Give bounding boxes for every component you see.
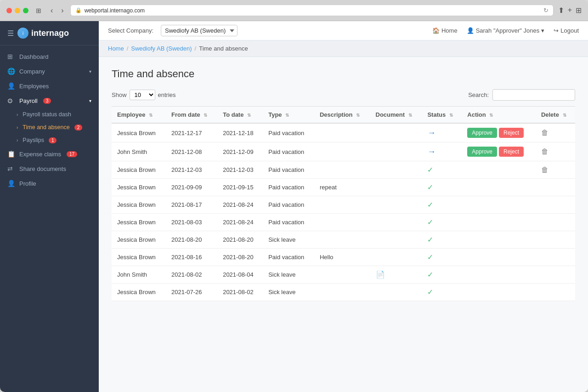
forward-button[interactable]: › [59,6,65,16]
delete-icon[interactable]: 🗑 [541,166,548,174]
topbar: Select Company: Swediofy AB (Sweden) 🏠 H… [99,21,588,40]
cell-from-date: 2021-08-16 [166,249,217,266]
user-menu[interactable]: 👤 Sarah "Approver" Jones ▾ [467,27,545,34]
sidebar-toggle-button[interactable]: ⊞ [33,6,44,15]
share-icon[interactable]: ⬆ [558,6,564,15]
logout-link[interactable]: ↪ Logout [554,27,579,34]
cell-action[interactable]: ApproveReject [462,123,536,142]
sidebar-item-payslips-label: Payslips [23,137,44,143]
approve-button[interactable]: Approve [467,147,497,157]
breadcrumb-sep-1: / [127,45,129,52]
col-description[interactable]: Description ⇅ [314,107,370,124]
sidebar-item-employees[interactable]: 👤 Employees [0,79,99,93]
maximize-button[interactable] [23,8,28,13]
logout-icon: ↪ [554,27,559,34]
new-tab-icon[interactable]: + [568,6,572,15]
company-select[interactable]: Swediofy AB (Sweden) [161,25,237,36]
sidebar-item-time-and-absence[interactable]: › Time and absence 2 [0,121,99,134]
back-button[interactable]: ‹ [49,6,55,16]
cell-status: ✓ [422,196,462,214]
cell-description [314,123,370,142]
payroll-icon: ⊙ [7,97,16,104]
cell-employee: Jessica Brown [112,196,166,214]
breadcrumb-company[interactable]: Swediofy AB (Sweden) [131,45,192,52]
document-icon[interactable]: 📄 [376,271,385,278]
cell-to-date: 2021-12-18 [217,123,263,142]
col-status[interactable]: Status ⇅ [422,107,462,124]
cell-delete[interactable]: 🗑 [536,161,575,179]
cell-to-date: 2021-12-03 [217,161,263,179]
sidebar-item-employees-label: Employees [19,83,49,90]
minimize-button[interactable] [15,8,20,13]
search-input[interactable] [492,89,575,101]
col-employee[interactable]: Employee ⇅ [112,107,166,124]
breadcrumb-home[interactable]: Home [108,45,124,52]
cell-type: Paid vacation [263,214,314,231]
sidebar-item-company[interactable]: 🌐 Company ▾ [0,64,99,79]
sidebar-item-profile[interactable]: 👤 Profile [0,176,99,191]
hamburger-icon[interactable]: ☰ [7,29,14,38]
sidebar-item-payroll[interactable]: ⊙ Payroll 3 ▾ [0,93,99,108]
grid-icon[interactable]: ⊞ [576,6,582,15]
reject-button[interactable]: Reject [499,128,524,138]
sidebar-item-payroll-status-dash[interactable]: › Payroll status dash [0,108,99,121]
sidebar-item-payslips[interactable]: › Payslips 1 [0,134,99,147]
cell-delete [536,214,575,231]
cell-action[interactable]: ApproveReject [462,142,536,161]
reload-icon[interactable]: ↻ [543,7,548,14]
cell-type: Paid vacation [263,196,314,214]
cell-action [462,249,536,266]
chevron-down-icon: ▾ [89,69,91,74]
sidebar-header: ☰ i internago [0,21,99,45]
cell-employee: Jessica Brown [112,214,166,231]
cell-to-date: 2021-08-20 [217,249,263,266]
sidebar-item-share-documents[interactable]: ⇄ Share documents [0,161,99,176]
col-action[interactable]: Action ⇅ [462,107,536,124]
cell-type: Paid vacation [263,179,314,196]
col-type[interactable]: Type ⇅ [263,107,314,124]
home-link[interactable]: 🏠 Home [432,27,458,34]
sidebar-item-profile-label: Profile [19,180,36,187]
cell-type: Paid vacation [263,142,314,161]
cell-type: Sick leave [263,231,314,249]
cell-type: Sick leave [263,266,314,284]
col-document[interactable]: Document ⇅ [370,107,422,124]
cell-status: ✓ [422,284,462,301]
sort-arrows-action: ⇅ [489,113,493,118]
col-from-date[interactable]: From date ⇅ [166,107,217,124]
sidebar-item-dashboard[interactable]: ⊞ Dashboard [0,49,99,64]
search-label: Search: [468,91,489,98]
company-icon: 🌐 [7,68,16,75]
entries-select[interactable]: 102550100 [130,90,155,100]
cell-from-date: 2021-08-03 [166,214,217,231]
sidebar-item-payroll-status-dash-label: Payroll status dash [23,111,71,118]
cell-type: Paid vacation [263,249,314,266]
col-to-date[interactable]: To date ⇅ [217,107,263,124]
cell-employee: Jessica Brown [112,123,166,142]
cell-document [370,231,422,249]
cell-from-date: 2021-12-03 [166,161,217,179]
expense-badge: 17 [67,151,77,157]
cell-from-date: 2021-08-17 [166,196,217,214]
close-button[interactable] [6,8,12,13]
table-row: Jessica Brown 2021-08-20 2021-08-20 Sick… [112,231,575,249]
cell-document [370,161,422,179]
delete-icon[interactable]: 🗑 [541,129,548,136]
cell-to-date: 2021-12-09 [217,142,263,161]
status-check-icon: ✓ [427,288,433,296]
col-delete[interactable]: Delete ⇅ [536,107,575,124]
cell-delete[interactable]: 🗑 [536,123,575,142]
sidebar-item-expense-claims[interactable]: 📋 Expense claims 17 [0,147,99,161]
url-bar[interactable]: 🔒 webportal.internago.com ↻ [70,5,554,16]
cell-from-date: 2021-08-20 [166,231,217,249]
reject-button[interactable]: Reject [499,147,524,157]
cell-delete[interactable]: 🗑 [536,142,575,161]
sort-arrows-to: ⇅ [247,113,251,118]
cell-status: ✓ [422,266,462,284]
show-label: Show [112,91,127,98]
delete-icon[interactable]: 🗑 [541,148,548,155]
cell-to-date: 2021-08-04 [217,266,263,284]
cell-document: 📄 [370,266,422,284]
approve-button[interactable]: Approve [467,128,497,138]
table-row: Jessica Brown 2021-12-03 2021-12-03 Paid… [112,161,575,179]
